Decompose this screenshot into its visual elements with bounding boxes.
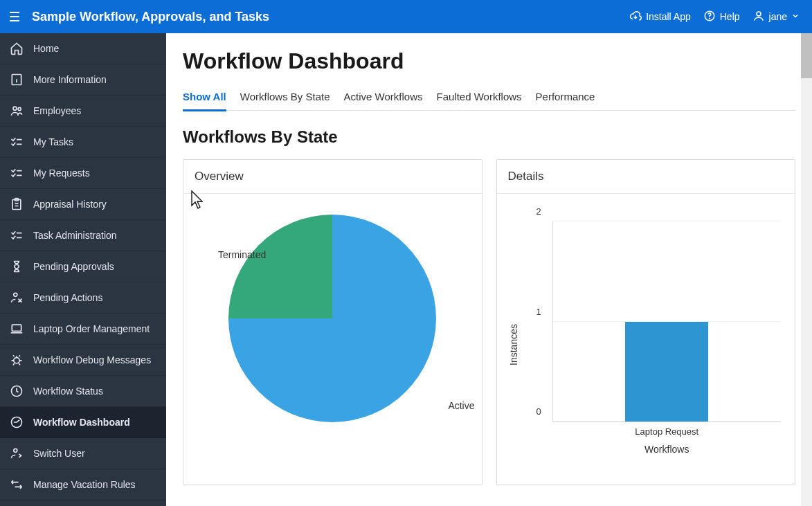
svg-point-10 (14, 358, 19, 363)
sidebar-item-switch-user[interactable]: Switch User (0, 438, 166, 469)
laptop-icon (10, 322, 24, 336)
page-title: Workflow Dashboard (183, 48, 795, 74)
bar[interactable] (625, 322, 708, 422)
svg-point-1 (709, 18, 710, 19)
tab-show-all[interactable]: Show All (183, 84, 226, 111)
hourglass-icon (10, 260, 24, 273)
sidebar-item-label: Switch User (33, 448, 85, 459)
sidebar-item-label: Appraisal History (33, 199, 107, 210)
sidebar-item-employees[interactable]: Employees (0, 96, 166, 127)
gridline (553, 221, 782, 222)
sidebar-item-home[interactable]: Home (0, 33, 166, 64)
cloud-download-icon (629, 10, 642, 24)
sidebar: HomeMore InformationEmployeesMy TasksMy … (0, 33, 166, 506)
pie-label-terminated: Terminated (218, 249, 266, 260)
home-icon (10, 42, 24, 55)
sidebar-item-workflow-debug-messages[interactable]: Workflow Debug Messages (0, 345, 166, 376)
tab-performance[interactable]: Performance (536, 84, 595, 110)
checklist-icon (10, 135, 24, 149)
app-title: Sample Workflow, Approvals, and Tasks (32, 10, 269, 24)
help-button[interactable]: Help (703, 10, 740, 24)
scrollbar-thumb[interactable] (801, 33, 812, 78)
sidebar-item-laptop-order-management[interactable]: Laptop Order Management (0, 314, 166, 345)
sidebar-item-label: Manage Vacation Rules (33, 479, 136, 490)
sidebar-item-label: Pending Approvals (33, 261, 114, 272)
sidebar-item-my-tasks[interactable]: My Tasks (0, 127, 166, 158)
tabs: Show AllWorkflows By StateActive Workflo… (183, 84, 795, 111)
person-action-icon (10, 291, 24, 305)
overview-card: Overview Terminated Active (183, 159, 482, 485)
sidebar-item-pending-approvals[interactable]: Pending Approvals (0, 251, 166, 282)
pie-label-active: Active (448, 400, 474, 411)
help-icon (703, 10, 716, 24)
info-icon (10, 73, 24, 87)
clipboard-icon (10, 197, 24, 211)
sidebar-item-appraisal-history[interactable]: Appraisal History (0, 189, 166, 220)
svg-rect-9 (12, 325, 21, 331)
chevron-down-icon (791, 11, 800, 22)
clock-icon (10, 384, 24, 398)
sidebar-item-label: My Requests (33, 168, 90, 179)
tab-faulted-workflows[interactable]: Faulted Workflows (436, 84, 521, 110)
y-tick-label: 2 (536, 206, 541, 217)
sidebar-item-more-information[interactable]: More Information (0, 64, 166, 96)
tab-workflows-by-state[interactable]: Workflows By State (240, 84, 330, 110)
details-bar-chart[interactable]: Instances Workflows 012Laptop Request (511, 215, 782, 464)
sidebar-item-label: Employees (33, 105, 81, 116)
top-bar: Sample Workflow, Approvals, and Tasks In… (0, 0, 812, 33)
install-app-button[interactable]: Install App (629, 10, 691, 24)
hamburger-menu-button[interactable] (7, 9, 22, 24)
details-card-title: Details (497, 160, 795, 194)
user-name: jane (769, 11, 787, 22)
people-icon (10, 104, 24, 118)
sidebar-item-label: Pending Actions (33, 292, 102, 303)
y-tick-label: 1 (536, 306, 541, 316)
timeline-icon (10, 478, 24, 491)
sidebar-item-pending-actions[interactable]: Pending Actions (0, 282, 166, 314)
overview-card-title: Overview (183, 160, 482, 194)
sidebar-item-task-administration[interactable]: Task Administration (0, 220, 166, 251)
sidebar-item-label: Laptop Order Management (33, 323, 150, 334)
y-tick-label: 0 (536, 406, 541, 417)
sidebar-item-label: Workflow Dashboard (33, 417, 130, 428)
x-axis-label: Workflows (644, 444, 689, 455)
main-content: Workflow Dashboard Show AllWorkflows By … (166, 33, 812, 506)
bug-icon (10, 353, 24, 367)
category-label: Laptop Request (635, 426, 698, 437)
svg-point-13 (14, 449, 17, 452)
sidebar-item-label: More Information (33, 74, 107, 85)
sidebar-item-label: Task Administration (33, 230, 117, 241)
mouse-cursor-icon (190, 190, 206, 210)
install-app-label: Install App (646, 11, 691, 22)
sidebar-item-workflow-status[interactable]: Workflow Status (0, 376, 166, 407)
svg-point-2 (757, 12, 761, 16)
user-menu-button[interactable]: jane (752, 10, 800, 24)
sidebar-item-my-requests[interactable]: My Requests (0, 158, 166, 189)
svg-point-4 (13, 107, 17, 110)
sidebar-item-label: Home (33, 43, 59, 54)
sidebar-item-label: Workflow Debug Messages (33, 354, 151, 365)
sidebar-item-label: Workflow Status (33, 386, 103, 397)
checklist-icon (10, 166, 24, 180)
checklist-icon (10, 228, 24, 242)
y-axis-label: Instances (508, 324, 519, 365)
overview-pie-chart[interactable] (228, 215, 436, 422)
details-card: Details Instances Workflows 012Laptop Re… (496, 159, 796, 485)
switch-user-icon (10, 446, 24, 460)
sidebar-item-manage-vacation-rules[interactable]: Manage Vacation Rules (0, 469, 166, 500)
svg-point-5 (18, 107, 21, 110)
dashboard-icon (10, 415, 24, 429)
svg-point-8 (14, 293, 17, 296)
help-label: Help (720, 11, 740, 22)
sidebar-item-label: My Tasks (33, 136, 73, 147)
section-title: Workflows By State (183, 127, 795, 147)
user-icon (752, 10, 765, 24)
tab-active-workflows[interactable]: Active Workflows (344, 84, 423, 110)
sidebar-item-workflow-dashboard[interactable]: Workflow Dashboard (0, 407, 166, 438)
vertical-scrollbar[interactable] (801, 33, 812, 506)
